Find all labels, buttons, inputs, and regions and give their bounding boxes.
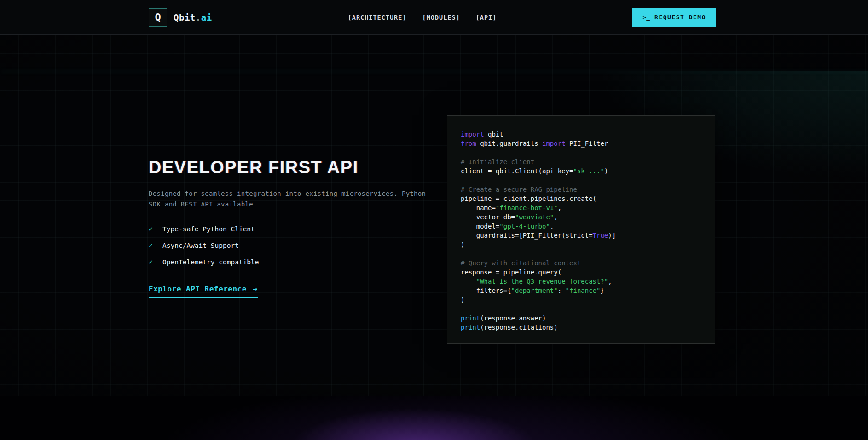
code-line: model="gpt-4-turbo", — [461, 222, 706, 231]
code-line: from qbit.guardrails import PII_Filter — [461, 139, 706, 148]
code-line: response = pipeline.query( — [461, 268, 706, 277]
code-line: pipeline = client.pipelines.create( — [461, 194, 706, 203]
request-demo-button[interactable]: >_ REQUEST DEMO — [632, 8, 716, 27]
landing-page: Q Qbit.ai [ARCHITECTURE][MODULES][API] >… — [0, 0, 868, 440]
code-line: client = qbit.Client(api_key="sk_...") — [461, 166, 706, 176]
code-line: print(response.citations) — [461, 323, 706, 332]
nav-item-modules[interactable]: [MODULES] — [422, 14, 460, 21]
feature-list: ✓Type-safe Python Client✓Async/Await Sup… — [149, 224, 430, 267]
logo-q-icon: Q — [155, 11, 161, 23]
feature-label: Type-safe Python Client — [162, 225, 255, 233]
teal-accent-line — [0, 71, 868, 71]
hero-description: Designed for seamless integration into e… — [149, 189, 430, 210]
code-line — [461, 249, 706, 258]
request-demo-label: REQUEST DEMO — [654, 14, 706, 21]
code-line: "What is the Q3 revenue forecast?", — [461, 277, 706, 286]
explore-api-label: Explore API Reference — [149, 285, 247, 293]
explore-api-link[interactable]: Explore API Reference → — [149, 284, 258, 298]
footer-band — [0, 396, 868, 440]
code-block: import qbitfrom qbit.guardrails import P… — [461, 130, 706, 332]
page-title: DEVELOPER FIRST API — [149, 158, 430, 177]
header-bar: Q Qbit.ai [ARCHITECTURE][MODULES][API] >… — [0, 0, 868, 35]
code-line: # Query with citational context — [461, 258, 706, 268]
code-line: import qbit — [461, 130, 706, 139]
main-nav: [ARCHITECTURE][MODULES][API] — [348, 14, 497, 21]
code-line: # Create a secure RAG pipeline — [461, 185, 706, 194]
feature-label: Async/Await Support — [162, 242, 239, 249]
code-line: print(response.answer) — [461, 314, 706, 323]
feature-item: ✓Type-safe Python Client — [149, 224, 430, 234]
purple-glow-effect — [0, 396, 868, 440]
code-line: # Initialize client — [461, 157, 706, 166]
terminal-prompt-icon: >_ — [642, 14, 650, 21]
brand-name: Qbit.ai — [174, 12, 212, 23]
code-line: filters={"department": "finance"} — [461, 286, 706, 295]
feature-item: ✓OpenTelemetry compatible — [149, 257, 430, 267]
feature-item: ✓Async/Await Support — [149, 241, 430, 250]
brand-logo[interactable]: Q Qbit.ai — [149, 8, 212, 27]
code-snippet-panel: import qbitfrom qbit.guardrails import P… — [447, 115, 715, 344]
code-line: ) — [461, 295, 706, 304]
check-icon: ✓ — [149, 241, 153, 250]
arrow-right-icon: → — [253, 284, 258, 293]
feature-label: OpenTelemetry compatible — [162, 258, 259, 266]
nav-item-architecture[interactable]: [ARCHITECTURE] — [348, 14, 407, 21]
brand-name-main: Qbit — [174, 12, 196, 23]
code-line — [461, 304, 706, 314]
check-icon: ✓ — [149, 225, 153, 233]
code-line: name="finance-bot-v1", — [461, 203, 706, 212]
logo-box: Q — [149, 8, 167, 27]
brand-name-suffix: ai — [201, 12, 212, 23]
code-line: guardrails=[PII_Filter(strict=True)] — [461, 231, 706, 240]
brand-name-dot: . — [196, 12, 201, 23]
code-line — [461, 176, 706, 185]
hero-section: DEVELOPER FIRST API Designed for seamles… — [149, 158, 430, 298]
nav-item-api[interactable]: [API] — [476, 14, 497, 21]
code-line — [461, 148, 706, 157]
code-line: ) — [461, 240, 706, 249]
check-icon: ✓ — [149, 258, 153, 266]
code-line: vector_db="weaviate", — [461, 212, 706, 222]
